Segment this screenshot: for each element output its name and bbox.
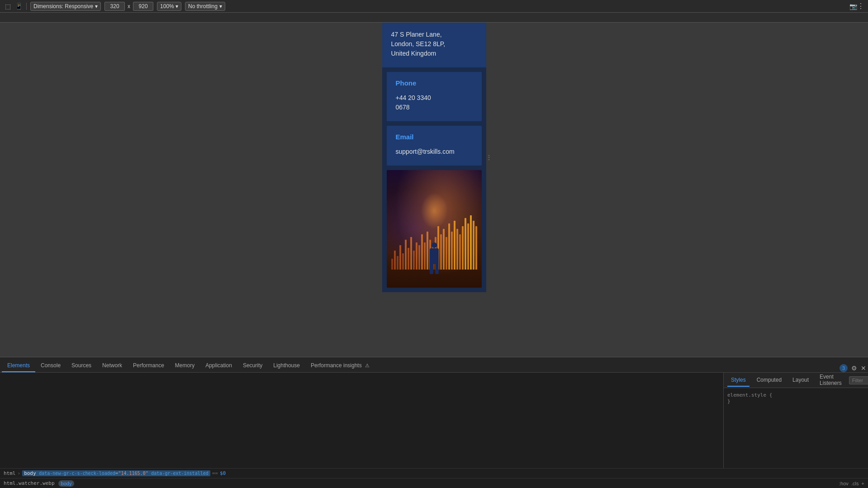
address-line3: United Kingdom	[391, 50, 436, 57]
right-background	[495, 23, 868, 357]
phone-value: +44 20 3340 0678	[396, 93, 473, 112]
chevron-down-icon: ▾	[95, 3, 98, 9]
breadcrumb-attr2: data-gr-ext-installed	[151, 471, 208, 476]
more-options-icon[interactable]: ⋮	[857, 2, 864, 10]
styles-filter-input[interactable]	[849, 376, 868, 384]
height-input[interactable]	[133, 2, 153, 11]
tab-application[interactable]: Application	[200, 360, 237, 372]
viewport-frame: 47 S Planer Lane, London, SE12 8LP, Unit…	[382, 23, 486, 292]
status-body-tag[interactable]: body	[58, 480, 75, 487]
email-label: Email	[396, 133, 473, 141]
zoom-dropdown[interactable]: 100% ▾	[157, 2, 181, 11]
devtools-panel: Elements Console Sources Network Perform…	[0, 357, 868, 488]
device-toggle-icon[interactable]: 📱	[14, 2, 23, 10]
close-devtools-icon[interactable]: ✕	[861, 365, 866, 372]
zoom-chevron-icon: ▾	[175, 3, 178, 9]
resize-handle[interactable]: ⋮	[486, 23, 492, 292]
tab-console[interactable]: Console	[35, 360, 66, 372]
chart-bar	[448, 223, 450, 270]
chart-bar	[413, 251, 415, 270]
tab-performance[interactable]: Performance	[128, 360, 170, 372]
dimensions-dropdown[interactable]: Dimensions: Responsive ▾	[30, 2, 101, 11]
chart-bar	[408, 248, 409, 270]
throttle-label: No throttling	[188, 3, 218, 9]
trading-scene	[387, 170, 482, 288]
figure-body	[430, 248, 439, 264]
breadcrumb-sep1: ›	[18, 470, 21, 476]
breadcrumb-val1: "14.1165.0"	[118, 471, 148, 476]
email-value: support@trskills.com	[396, 147, 473, 156]
styles-tab-computed[interactable]: Computed	[753, 374, 785, 387]
throttle-chevron-icon: ▾	[219, 3, 222, 9]
breadcrumb-bar: html › body data-new-gr-c-s-check-loaded…	[0, 468, 868, 478]
chart-bar	[410, 237, 412, 270]
styles-tab-event-listeners[interactable]: Event Listeners	[816, 373, 845, 390]
chart-bar	[405, 240, 407, 270]
trading-image-area	[387, 170, 482, 288]
chart-bar	[421, 234, 423, 270]
viewport-wrapper: 47 S Planer Lane, London, SE12 8LP, Unit…	[382, 23, 486, 292]
chart-bar	[446, 237, 447, 270]
breadcrumb-html[interactable]: html	[4, 470, 16, 476]
performance-insights-icon: ⚠	[365, 363, 370, 368]
devtools-tabs: Elements Console Sources Network Perform…	[0, 357, 868, 373]
phone-label: Phone	[396, 79, 473, 87]
chart-bar	[456, 229, 458, 270]
settings-icon[interactable]: ⚙	[851, 365, 857, 372]
left-background	[0, 23, 373, 357]
phone-value-line2: 0678	[396, 104, 410, 111]
figure-leg-right	[435, 264, 439, 274]
tab-security[interactable]: Security	[237, 360, 268, 372]
person-figure	[427, 242, 441, 274]
tab-sources[interactable]: Sources	[66, 360, 97, 372]
chart-bar	[416, 242, 417, 270]
chart-bar	[397, 256, 398, 270]
chart-bar	[467, 223, 469, 270]
styles-tab-styles[interactable]: Styles	[727, 374, 749, 387]
address-text: 47 S Planer Lane, London, SE12 8LP, Unit…	[391, 30, 477, 58]
chart-bar	[402, 253, 404, 270]
chart-bar	[462, 226, 464, 270]
email-card: Email support@trskills.com	[387, 126, 482, 166]
hover-selector-hint: :hov .cls +	[839, 481, 864, 486]
chart-bar	[454, 221, 455, 270]
address-card: 47 S Planer Lane, London, SE12 8LP, Unit…	[382, 23, 486, 67]
chart-bar	[443, 229, 445, 270]
elements-panel	[0, 373, 723, 468]
inspect-icon[interactable]: ⬚	[4, 2, 12, 10]
address-line1: 47 S Planer Lane,	[391, 31, 442, 38]
devtools-toolbar: ⬚ 📱 Dimensions: Responsive ▾ x 100% ▾ No…	[0, 0, 868, 13]
chart-bar	[418, 245, 420, 270]
tab-performance-insights[interactable]: Performance insights ⚠	[305, 360, 375, 372]
tab-lighthouse[interactable]: Lighthouse	[268, 360, 305, 372]
badge-count: 3	[840, 364, 848, 372]
styles-tab-layout[interactable]: Layout	[789, 374, 812, 387]
status-bar: html.watcher.webp body :hov .cls +	[0, 478, 868, 488]
ruler-tick-area	[0, 13, 868, 22]
breadcrumb-attr1: data-new-gr-c-s-check-loaded	[39, 471, 115, 476]
tab-elements[interactable]: Elements	[2, 360, 35, 372]
phone-value-line1: +44 20 3340	[396, 94, 431, 101]
toolbar-icons: ⬚ 📱	[4, 2, 23, 10]
chart-bar	[470, 215, 472, 270]
toolbar-separator	[26, 3, 27, 10]
devtools-content: Styles Computed Layout Event Listeners e…	[0, 373, 868, 468]
width-input[interactable]	[104, 2, 125, 11]
screenshot-icon[interactable]: 📷	[849, 2, 857, 10]
dimensions-label: Dimensions: Responsive	[33, 3, 93, 9]
styles-content: element.style { }	[724, 388, 868, 468]
ruler	[0, 13, 868, 23]
dimension-display: x	[104, 2, 153, 11]
tab-memory[interactable]: Memory	[170, 360, 200, 372]
styles-tabs: Styles Computed Layout Event Listeners	[724, 373, 868, 388]
address-line2: London, SE12 8LP,	[391, 40, 446, 47]
throttle-dropdown[interactable]: No throttling ▾	[185, 2, 225, 11]
breadcrumb-body[interactable]: body data-new-gr-c-s-check-loaded="14.11…	[22, 470, 210, 476]
dimension-separator: x	[128, 3, 130, 9]
figure-legs	[430, 264, 439, 274]
tab-network[interactable]: Network	[97, 360, 128, 372]
status-filename: html.watcher.webp	[4, 480, 55, 486]
chart-bar	[424, 242, 426, 270]
toolbar-right: 📷 ⋮	[849, 2, 864, 10]
breadcrumb-selector: $0	[220, 470, 226, 476]
